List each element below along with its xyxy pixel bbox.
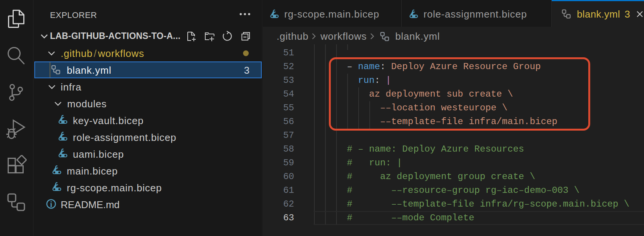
svg-text:i: i: [50, 200, 52, 209]
